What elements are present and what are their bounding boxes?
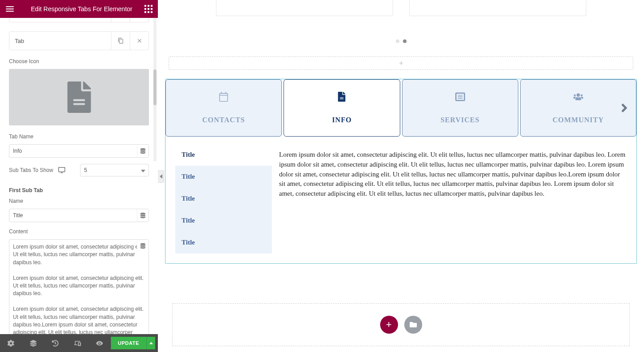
- first-sub-tab-heading: First Sub Tab: [9, 187, 149, 193]
- tab-contacts[interactable]: CONTACTS: [165, 79, 282, 137]
- panel-title: Edit Responsive Tabs For Elementor: [19, 5, 144, 13]
- name-label: Name: [9, 198, 149, 204]
- icon-picker[interactable]: [9, 69, 149, 125]
- eye-icon: [96, 340, 103, 347]
- close-icon[interactable]: [130, 18, 148, 22]
- sub-tabs-label: Sub Tabs To Show: [9, 167, 53, 173]
- card-placeholder: [216, 0, 393, 16]
- collapse-panel-button[interactable]: [158, 170, 164, 183]
- responsive-tabs-widget[interactable]: CONTACTS INFO SERVICES COMMUNITY Title T…: [165, 79, 637, 264]
- tab-label: SERVICES: [441, 116, 479, 124]
- settings-button[interactable]: [0, 334, 22, 352]
- gear-icon: [8, 340, 14, 347]
- list-icon: [455, 92, 465, 103]
- sub-tabs-select[interactable]: 5: [80, 164, 149, 176]
- close-icon: [136, 38, 143, 44]
- sub-tab[interactable]: Title: [175, 210, 272, 232]
- folder-icon: [409, 321, 417, 328]
- duplicate-icon[interactable]: [111, 18, 130, 22]
- sub-tab[interactable]: Title: [175, 166, 272, 188]
- add-widget-dropzone[interactable]: [169, 56, 633, 70]
- tab-info[interactable]: INFO: [284, 79, 400, 137]
- caret-up-icon: [149, 342, 153, 344]
- carousel-dots: [165, 39, 637, 43]
- panel-body: Tab Choose Icon Tab Name Sub Tabs To Sho…: [0, 18, 158, 334]
- database-icon: [140, 243, 145, 249]
- panel-header: Edit Responsive Tabs For Elementor: [0, 0, 158, 18]
- navigator-button[interactable]: [22, 334, 45, 352]
- update-button[interactable]: UPDATE: [111, 337, 146, 349]
- sub-tab[interactable]: Title: [175, 144, 272, 166]
- dynamic-tags-button[interactable]: [137, 145, 148, 157]
- add-section-area[interactable]: +: [172, 303, 630, 346]
- tab-label: COMMUNITY: [552, 116, 604, 124]
- tab-name-input[interactable]: [9, 144, 149, 158]
- subtab-name-input[interactable]: [9, 209, 149, 222]
- tabs-bar: CONTACTS INFO SERVICES COMMUNITY: [165, 79, 636, 137]
- content-label: Content: [9, 228, 149, 235]
- remove-button[interactable]: [130, 32, 148, 50]
- layers-icon: [30, 340, 37, 347]
- history-icon: [52, 340, 59, 347]
- duplicate-button[interactable]: [111, 32, 130, 50]
- dynamic-tags-button[interactable]: [137, 209, 148, 222]
- plus-icon: [398, 60, 404, 66]
- apps-grid-icon[interactable]: [144, 5, 153, 13]
- file-icon: [337, 92, 347, 103]
- panel-scrollbar[interactable]: [153, 18, 157, 161]
- dynamic-tags-button[interactable]: [137, 240, 148, 252]
- history-button[interactable]: [44, 334, 67, 352]
- tab-content-text: Lorem ipsum dolor sit amet, consectetur …: [279, 144, 627, 253]
- hamburger-icon[interactable]: [5, 4, 14, 13]
- add-template-button[interactable]: [404, 316, 422, 334]
- tab-label: INFO: [332, 116, 352, 124]
- chevron-right-icon: [620, 101, 628, 115]
- chevron-left-icon: [160, 174, 162, 179]
- dot[interactable]: [396, 39, 399, 43]
- responsive-button[interactable]: [67, 334, 89, 352]
- tab-repeater-row[interactable]: Tab: [9, 31, 149, 50]
- tab-row-label: Tab: [9, 32, 111, 50]
- desktop-icon[interactable]: [58, 167, 66, 173]
- database-icon: [140, 212, 145, 219]
- tab-label: CONTACTS: [202, 116, 245, 124]
- tab-services[interactable]: SERVICES: [402, 79, 518, 137]
- top-cards-row: [165, 0, 637, 19]
- editor-panel: Edit Responsive Tabs For Elementor Tab C…: [0, 0, 158, 352]
- file-icon: [67, 82, 92, 113]
- calendar-icon: [219, 92, 229, 103]
- copy-icon: [118, 38, 124, 44]
- sub-tab[interactable]: Title: [175, 188, 272, 210]
- caret-down-icon: [141, 166, 145, 174]
- tab-repeater-row-partial: [9, 18, 149, 22]
- devices-icon: [74, 340, 81, 347]
- add-section-button[interactable]: +: [380, 316, 398, 334]
- sub-tabs: Title Title Title Title Title: [175, 144, 272, 253]
- preview-canvas: CONTACTS INFO SERVICES COMMUNITY Title T…: [158, 0, 644, 352]
- tabs-next-button[interactable]: [615, 97, 634, 119]
- tab-name-label: Tab Name: [9, 133, 149, 140]
- choose-icon-label: Choose Icon: [9, 58, 149, 64]
- dot-active[interactable]: [403, 39, 407, 43]
- content-textarea[interactable]: Lorem ipsum dolor sit amet, consectetur …: [9, 239, 149, 334]
- tab-content: Title Title Title Title Title Lorem ipsu…: [165, 137, 636, 263]
- sub-tab[interactable]: Title: [175, 232, 272, 253]
- users-icon: [573, 92, 583, 103]
- panel-footer: UPDATE: [0, 334, 158, 352]
- update-options-button[interactable]: [146, 337, 155, 349]
- card-placeholder: [409, 0, 586, 16]
- preview-button[interactable]: [89, 334, 111, 352]
- database-icon: [140, 148, 145, 154]
